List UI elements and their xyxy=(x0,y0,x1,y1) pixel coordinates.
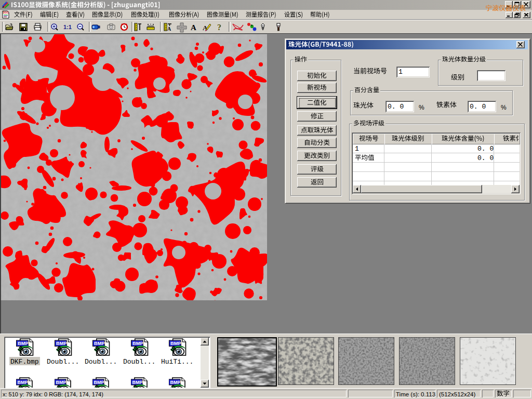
svg-text:A: A xyxy=(191,23,196,31)
svg-text:A: A xyxy=(167,26,171,31)
svg-text:1:1: 1:1 xyxy=(63,24,72,30)
svg-text:?: ? xyxy=(217,23,221,31)
svg-text:DOC: DOC xyxy=(3,11,9,14)
